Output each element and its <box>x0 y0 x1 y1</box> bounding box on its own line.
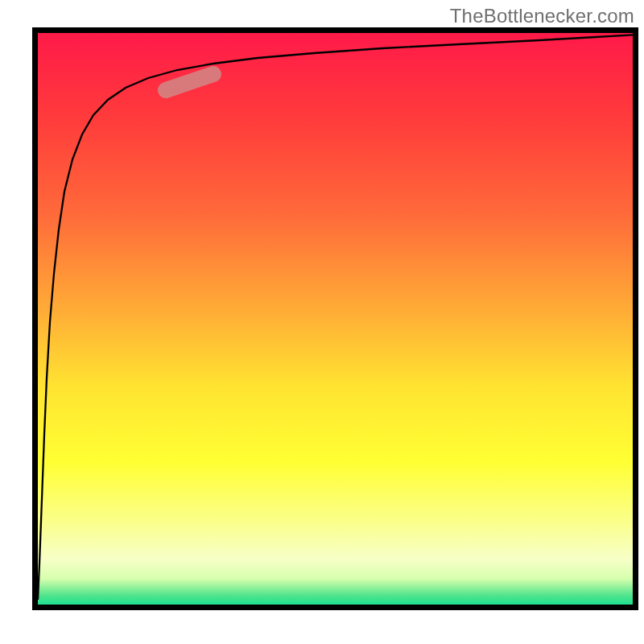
attribution-label: TheBottlenecker.com <box>450 5 634 27</box>
plot-background <box>38 33 633 605</box>
plot-frame-top <box>32 27 638 33</box>
plot-frame-right <box>633 27 638 610</box>
bottleneck-chart <box>0 0 644 644</box>
plot-frame-left <box>32 27 38 610</box>
chart-container: TheBottlenecker.com <box>0 0 644 644</box>
plot-frame-bottom <box>32 605 638 610</box>
